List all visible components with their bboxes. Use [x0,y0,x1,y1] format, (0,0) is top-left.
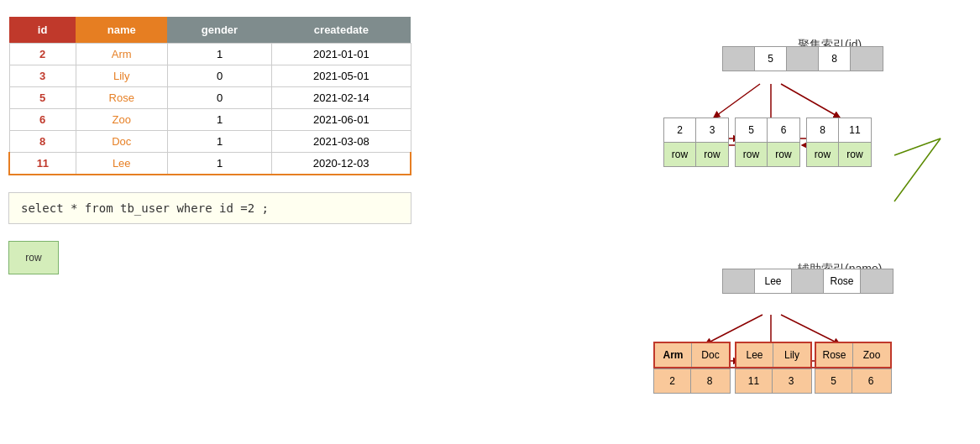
clustered-root: 5 8 [722,46,883,71]
svg-line-2 [781,84,840,118]
clustered-l1-right: 8 11 row row [806,118,872,167]
cell-0-2: 1 [167,44,271,65]
sec-l1l-val2: Doc [692,343,729,367]
cell-2-3: 2021-02-14 [272,87,411,109]
col-createdate: createdate [272,17,411,44]
cell-1-1: Lily [76,65,167,87]
l1m-val2: 6 [768,118,799,142]
sec-l1r-val2: Zoo [853,343,890,367]
l1m-row2: row [768,143,799,166]
l1r-row2: row [839,143,871,166]
l1l-row1: row [664,143,696,166]
secondary-root: Lee Rose [722,269,894,294]
cell-4-1: Doc [76,131,167,153]
cell-1-0: 3 [9,65,76,87]
secondary-l1-left: Arm Doc 2 8 [653,342,731,394]
sec-l1l-leaf2: 8 [691,369,728,393]
cell-3-1: Zoo [76,109,167,131]
table-row: 5Rose02021-02-14 [9,87,411,109]
cell-5-3: 2020-12-03 [272,153,411,175]
sec-l1r-leaf2: 6 [852,369,889,393]
left-panel: id name gender createdate 2Arm12021-01-0… [8,17,420,274]
right-panel: 聚集索引(id) 辅助索引(name) [470,8,974,436]
l1r-row1: row [807,143,839,166]
clustered-l1-mid: 5 6 row row [735,118,800,167]
table-row: 6Zoo12021-06-01 [9,109,411,131]
root-ptr1 [723,47,755,71]
cell-0-0: 2 [9,44,76,65]
root-val2: 8 [819,47,851,71]
l1r-val2: 11 [839,118,871,142]
cell-0-3: 2021-01-01 [272,44,411,65]
sec-l1l-val1: Arm [655,343,692,367]
table-row: 3Lily02021-05-01 [9,65,411,87]
table-row: 2Arm12021-01-01 [9,44,411,65]
sec-l1m-leaf2: 3 [773,369,810,393]
sec-l1m-val2: Lily [773,343,810,367]
cell-4-2: 1 [167,131,271,153]
cell-3-3: 2021-06-01 [272,109,411,131]
cell-4-3: 2021-03-08 [272,131,411,153]
l1m-val1: 5 [736,118,768,142]
row-box: row [8,241,59,274]
sec-l1m-leaf1: 11 [736,369,773,393]
cell-0-1: Arm [76,44,167,65]
svg-line-9 [781,315,840,344]
root-ptr3 [851,47,883,71]
sec-root-val2: Rose [824,269,861,293]
sec-root-ptr3 [861,269,893,293]
col-gender: gender [167,17,271,44]
sec-root-ptr1 [723,269,755,293]
cell-1-3: 2021-05-01 [272,65,411,87]
col-id: id [9,17,76,44]
l1r-val1: 8 [807,118,839,142]
l1l-val2: 3 [696,118,728,142]
cell-2-2: 0 [167,87,271,109]
table-row: 11Lee12020-12-03 [9,153,411,175]
sec-root-ptr2 [792,269,824,293]
l1l-row2: row [696,143,728,166]
l1m-row1: row [736,143,768,166]
cell-3-0: 6 [9,109,76,131]
l1l-val1: 2 [664,118,696,142]
cell-2-1: Rose [76,87,167,109]
cell-5-2: 1 [167,153,271,175]
table-row: 8Doc12021-03-08 [9,131,411,153]
secondary-l1-right: Rose Zoo 5 6 [815,342,892,394]
root-val1: 5 [755,47,787,71]
cell-2-0: 5 [9,87,76,109]
data-table: id name gender createdate 2Arm12021-01-0… [8,17,411,175]
sec-l1r-leaf1: 5 [815,369,852,393]
cell-3-2: 1 [167,109,271,131]
cell-4-0: 8 [9,131,76,153]
svg-line-15 [894,138,941,201]
cell-5-1: Lee [76,153,167,175]
sql-box: select * from tb_user where id =2 ; [8,192,411,224]
sec-root-val1: Lee [755,269,792,293]
svg-line-0 [714,84,760,118]
sec-l1l-leaf1: 2 [654,369,691,393]
clustered-l1-left: 2 3 row row [663,118,729,167]
sec-l1r-val1: Rose [816,343,853,367]
root-ptr2 [787,47,819,71]
sec-l1m-val1: Lee [736,343,773,367]
cell-5-0: 11 [9,153,76,175]
cell-1-2: 0 [167,65,271,87]
svg-line-7 [705,315,763,344]
col-name: name [76,17,167,44]
secondary-l1-mid: Lee Lily 11 3 [735,342,812,394]
